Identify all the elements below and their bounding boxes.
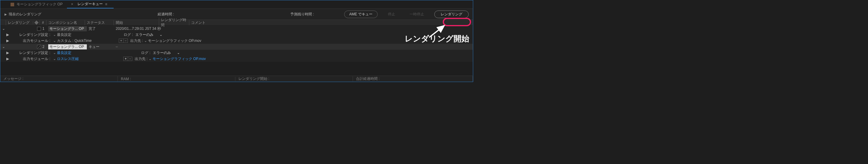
log-label: ログ : [123,32,134,37]
header-comp-name[interactable]: コンポジション名 [46,20,85,25]
header-comment[interactable]: コメント [189,20,473,25]
chevron-down-icon[interactable]: ⌄ [52,39,57,43]
render-settings-label: レンダリング設定 : [10,51,52,56]
twirl-icon[interactable]: ⌄ [2,27,6,31]
minus-icon: − [128,57,132,61]
pause-button: 一時停止 [405,11,428,18]
tab-composition[interactable]: モーショングラフィック OP [6,0,67,8]
render-settings-value[interactable]: 最良設定 [57,32,71,37]
log-label: ログ : [140,51,152,56]
output-module-value[interactable]: カスタム : QuickTime [57,38,92,43]
item-status: 完了 [87,26,116,31]
tag-icon [34,21,38,25]
chevron-down-icon[interactable]: ⌄ [52,57,57,61]
render-settings-label: レンダリング設定 : [10,32,52,37]
item-start: – [116,44,117,49]
item-number: 2 [41,44,46,49]
queue-item[interactable]: ⌄ ✓ 2 モーショングラ... OP キュー – [0,44,473,50]
render-queue-items: ⌄ 1 モーショングラ... OP 完了 2020/01...7:29:01 J… [0,26,473,62]
column-headers: レンダリング # コンポジション名 ステータス 開始 レンダリング時間 コメント [0,20,473,26]
render-settings-value[interactable]: 最良設定 [57,51,71,56]
footer-total-elapsed: 合計経過時間 : [353,76,473,81]
status-footer: メッセージ : RAM : レンダリング開始 : 合計経過時間 : [0,76,473,82]
plus-icon: + [119,39,123,42]
header-number[interactable]: # [39,21,46,25]
output-module-row: ▶ 出力モジュール : ⌄ カスタム : QuickTime +− 出力先 : … [0,38,473,44]
chevron-down-icon: ⌄ [159,33,162,37]
add-remove-output[interactable]: +− [123,57,132,61]
check-icon: ✓ [38,45,40,48]
ame-queue-button[interactable]: AME でキュー [344,10,378,18]
twirl-icon[interactable]: ▶ [2,39,10,43]
twirl-icon[interactable]: ▶ [2,51,10,55]
panel-menu-icon[interactable]: ≡ [105,2,110,6]
footer-message: メッセージ : [0,76,118,81]
composition-icon [10,3,14,6]
header-status[interactable]: ステータス [85,20,114,25]
log-dropdown[interactable]: エラーのみ ⌄ [134,32,164,37]
close-icon[interactable]: × [71,2,73,6]
item-status: キュー [87,44,116,50]
output-to-label: 出力先 : [135,56,148,62]
tab-render-queue[interactable]: × レンダーキュー ≡ [67,0,114,8]
twirl-icon[interactable]: ⌄ [2,44,6,49]
tab-composition-label: モーショングラフィック OP [17,2,63,7]
output-module-label: 出力モジュール : [10,56,52,62]
tab-render-queue-label: レンダーキュー [78,1,103,7]
item-start: 2020/01...7:29:01 JST 34 秒 [116,26,161,31]
render-checkbox [37,27,41,31]
comp-name[interactable]: モーショングラ... OP [48,44,87,50]
chevron-down-icon[interactable]: ⌄ [143,39,148,43]
header-tag[interactable] [33,21,39,24]
chevron-down-icon[interactable]: ⌄ [52,33,57,37]
render-settings-row: ▶ レンダリング設定 : ⌄ 最良設定 ログ : エラーのみ ⌄ [0,32,473,38]
output-to-value[interactable]: モーショングラフィック OP.mov [153,56,206,62]
output-to-label: 出力先 : [130,38,143,43]
header-start[interactable]: 開始 [114,20,159,25]
chevron-down-icon[interactable]: ⌄ [148,57,153,61]
elapsed-time-label: 経過時間 : [158,12,174,17]
header-render-time[interactable]: レンダリング時間 [159,18,189,28]
render-button[interactable]: レンダリング [434,10,469,18]
add-remove-output[interactable]: +− [119,39,128,43]
render-checkbox[interactable]: ✓ [37,45,41,49]
chevron-down-icon[interactable]: ⌄ [52,51,57,55]
log-dropdown[interactable]: エラーのみ ⌄ [152,51,181,56]
footer-render-start: レンダリング開始 : [236,76,353,81]
output-module-row: ▶ 出力モジュール : ⌄ ロスレス圧縮 +− 出力先 : ⌄ モーショングラフ… [0,56,473,62]
est-remain-label: 予測残り時間 : [290,12,314,17]
footer-ram: RAM : [118,77,236,81]
output-module-label: 出力モジュール : [10,38,52,43]
render-settings-row: ▶ レンダリング設定 : ⌄ 最良設定 ログ : エラーのみ ⌄ [0,50,473,56]
queue-item[interactable]: ⌄ 1 モーショングラ... OP 完了 2020/01...7:29:01 J… [0,26,473,32]
output-to-value[interactable]: モーショングラフィック OP.mov [148,38,201,43]
output-module-value[interactable]: ロスレス圧縮 [57,56,79,62]
twirl-icon[interactable]: ▶ [2,33,10,37]
header-render[interactable]: レンダリング [6,20,33,25]
panel-tabs: モーショングラフィック OP × レンダーキュー ≡ [0,0,473,9]
plus-icon: + [124,57,128,61]
log-value: エラーのみ [135,32,153,37]
minus-icon: − [123,39,127,42]
twirl-icon[interactable]: ▶ [2,57,10,61]
twirl-icon[interactable]: ▶ [4,13,7,16]
stop-button: 停止 [384,11,399,18]
item-number: 1 [41,27,46,31]
chevron-down-icon: ⌄ [177,51,180,55]
comp-name[interactable]: モーショングラ... OP [48,26,87,31]
current-rendering-label: 現在のレンダリング [9,12,41,17]
render-toolbar: ▶ 現在のレンダリング 経過時間 : 予測残り時間 : AME でキュー 停止 … [0,9,473,20]
log-value: エラーのみ [153,51,171,56]
